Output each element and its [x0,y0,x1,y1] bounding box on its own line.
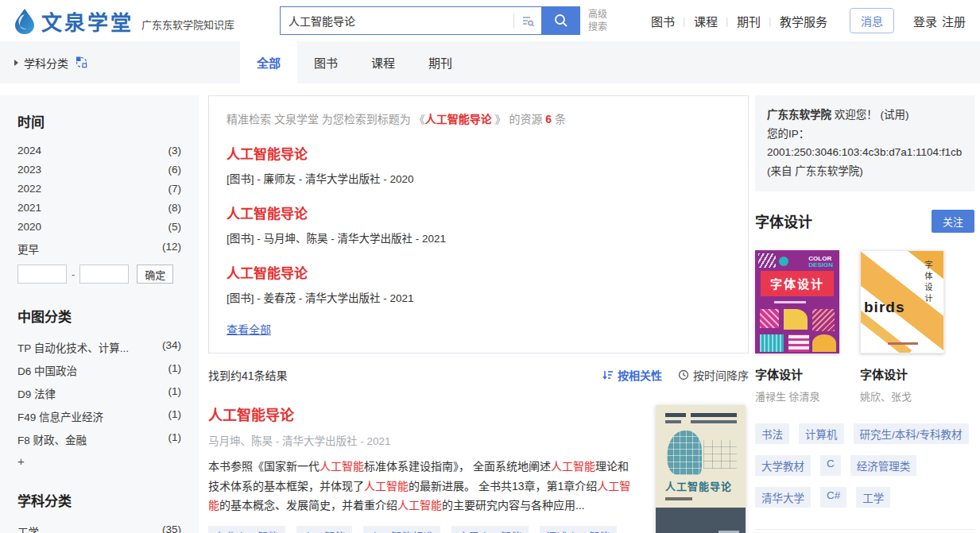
book-card[interactable]: COLOR DESIGN 字体设计 字体设计 潘禄生 徐清泉 [755,250,839,404]
subject-category-label: 学科分类 [24,55,68,71]
result-tag[interactable]: 应用人工智能 [451,526,529,533]
book-card[interactable]: birds 字体设计 字体设计 姚欣、张戈 [860,250,944,404]
facet-row[interactable]: 2020 (5) [17,218,181,237]
topic-tag[interactable]: 清华大学 [755,487,811,508]
facet-row[interactable]: F8 财政、金融 (1) [17,428,181,451]
follow-button[interactable]: 关注 [932,210,974,233]
sort-by-time[interactable]: 按时间降序 [678,367,749,383]
tab-all[interactable]: 全部 [240,41,297,83]
header-nav-link[interactable]: 教学服务 [770,13,837,29]
logo[interactable]: 文泉学堂 广东东软学院知识库 [13,6,280,36]
search-result-item: 人工智能导论 马月坤、陈昊 - 清华大学出版社 - 2021 本书参照《国家新一… [208,404,749,533]
facet-row[interactable]: 2021 (8) [17,199,181,218]
book-title[interactable]: 字体设计 [755,365,839,382]
cover-bottom-band [656,508,746,533]
result-type-tabs: 全部 图书 课程 期刊 [240,41,469,83]
facet-row[interactable]: 更早 (12) [17,237,181,260]
result-tag[interactable]: 人工智能标准 [363,526,440,533]
clc-expand-button[interactable]: + [17,451,181,468]
topic-tag-cloud: 书法 计算机 研究生/本科/专科教材 大学教材 C 经济管理类 清华大学 C# … [755,423,974,508]
message-button[interactable]: 消息 [850,8,894,33]
precise-result-item: 人工智能导论 [图书] - 马月坤、陈昊 - 清华大学出版社 - 2021 [227,203,730,245]
precise-result-title[interactable]: 人工智能导论 [227,143,730,163]
facet-row[interactable]: 工学 (35) [17,519,181,533]
facet-label: D9 法律 [17,385,56,401]
facet-label: 2022 [17,183,41,195]
facet-row[interactable]: D9 法律 (1) [17,382,181,405]
section-divider [755,529,974,530]
cover-vertical-title: 字体设计 [922,261,934,305]
result-title[interactable]: 人工智能导论 [208,404,639,424]
precise-result-meta: [图书] - 马月坤、陈昊 - 清华大学出版社 - 2021 [227,230,730,245]
sort-by-relevance[interactable]: 按相关性 [602,367,662,383]
search-history-icon[interactable] [514,7,541,34]
result-tags: 专业人工智能 人工智能 人工智能标准 应用人工智能 阐述人工智能 [208,526,639,533]
book-cover[interactable]: 人工智能导论 [656,405,746,533]
facet-label: F8 财政、金融 [17,431,87,447]
facet-row[interactable]: 2024 (3) [17,141,181,160]
confirm-button[interactable]: 确定 [137,265,173,284]
topic-tag[interactable]: 经济管理类 [850,455,917,476]
results-summary: 找到约41条结果 [208,367,288,383]
header-nav-link[interactable]: 课程 [684,13,727,29]
topic-tag[interactable]: 研究生/本科/专科教材 [854,423,969,444]
precise-result-title[interactable]: 人工智能导论 [227,262,730,282]
category-grid-icon [75,56,88,69]
cover-deco-bar [665,413,686,417]
advanced-search-link[interactable]: 高级搜索 [588,8,612,33]
precise-result-title[interactable]: 人工智能导论 [227,203,730,222]
precise-result-meta: [图书] - 廉师友 - 清华大学出版社 - 2020 [227,170,730,186]
result-tag[interactable]: 专业人工智能 [208,526,285,533]
special-topic-books: COLOR DESIGN 字体设计 字体设计 潘禄生 徐清泉 [755,250,974,404]
topic-tag[interactable]: 书法 [755,423,789,444]
cover-deco-bar [691,413,737,417]
caret-right-icon [14,60,18,66]
topic-tag[interactable]: C [820,455,841,476]
facet-row[interactable]: 2022 (7) [17,179,181,198]
header-nav-link[interactable]: 图书 [641,13,684,29]
cover-author-bar [774,301,806,303]
subject-category-menu[interactable]: 学科分类 [0,41,213,83]
cover-tile [812,309,835,331]
year-range-row: - 确定 [17,265,181,284]
cover-tile [760,309,779,328]
tab-courses[interactable]: 课程 [354,41,412,83]
facet-count: (6) [168,164,182,176]
result-tag[interactable]: 人工智能 [296,526,352,533]
topic-tag[interactable]: 工学 [856,487,890,508]
result-tag[interactable]: 阐述人工智能 [540,526,617,533]
book-cover-orange[interactable]: birds 字体设计 [860,250,944,353]
results-meta-row: 找到约41条结果 按相关性 [208,367,749,383]
topic-tag[interactable]: C# [820,487,846,508]
topic-tag[interactable]: 大学教材 [755,455,811,476]
facet-row[interactable]: TP 自动化技术、计算... (34) [17,335,181,358]
year-from-input[interactable] [17,265,67,284]
ip-source: (来自 广东东软学院) [767,165,863,177]
search-input[interactable] [281,14,513,27]
tab-books[interactable]: 图书 [297,41,354,83]
facet-row[interactable]: F49 信息产业经济 (1) [17,405,181,428]
facet-row[interactable]: 2023 (6) [17,160,181,179]
facet-row[interactable]: D6 中国政治 (1) [17,358,181,381]
year-to-input[interactable] [79,265,129,284]
header-nav-link[interactable]: 期刊 [727,13,770,29]
book-authors: 潘禄生 徐清泉 [755,388,839,404]
register-link[interactable]: 注册 [942,13,966,29]
subject-facet-title: 学科分类 [17,490,181,510]
book-authors: 姚欣、张戈 [860,388,944,404]
tab-journals[interactable]: 期刊 [412,41,469,83]
book-cover-purple[interactable]: COLOR DESIGN 字体设计 [755,250,839,353]
book-title[interactable]: 字体设计 [860,365,944,382]
cover-circuit-graphic [703,440,737,469]
topic-tag[interactable]: 计算机 [799,423,844,444]
facet-count: (3) [168,145,182,156]
clc-facet-list: TP 自动化技术、计算... (34) D6 中国政治 (1) D9 法律 (1… [17,335,181,451]
clock-icon [678,369,689,380]
login-link[interactable]: 登录 [913,13,937,29]
welcome-trial: (试用) [881,109,909,121]
site-title: 文泉学堂 [41,6,134,36]
search-button[interactable] [542,6,580,35]
cover-tile [760,334,784,352]
view-all-link[interactable]: 查看全部 [227,321,271,337]
range-separator: - [72,268,75,280]
